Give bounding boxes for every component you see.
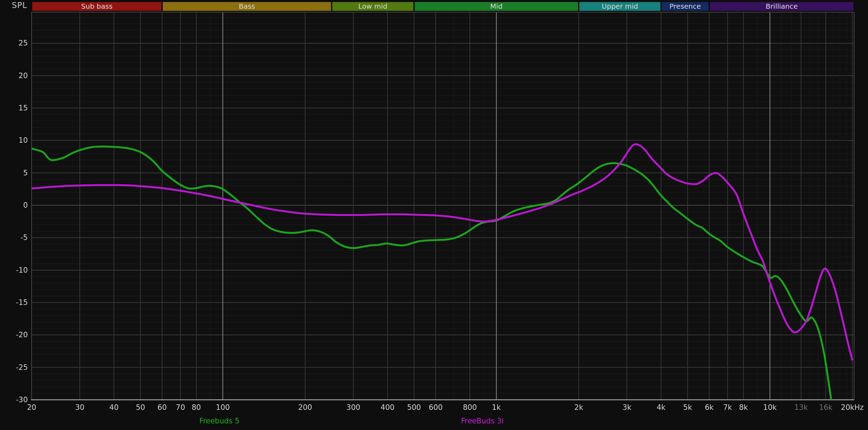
y-tick-label: -15 — [16, 298, 28, 307]
plot-canvas: Sub bassBassLow midMidUpper midPresenceB… — [0, 0, 868, 430]
y-tick-label: 25 — [18, 39, 28, 47]
x-tick-label: 20 — [27, 403, 36, 412]
x-tick-label: 50 — [136, 403, 145, 412]
x-tick-label: 300 — [347, 403, 360, 412]
band-label: Low mid — [358, 2, 387, 10]
x-tick-label: 80 — [192, 403, 201, 412]
x-tick-label: 800 — [463, 403, 477, 412]
band-label: Mid — [490, 2, 503, 10]
x-tick-label: 7k — [723, 403, 732, 412]
y-tick-label: 15 — [18, 104, 28, 112]
y-tick-label: -20 — [16, 331, 28, 339]
x-tick-label: 20kHz — [841, 403, 864, 412]
x-tick-label: 40 — [109, 403, 119, 412]
x-tick-label: 5k — [683, 403, 692, 412]
y-axis-title: SPL — [12, 1, 27, 10]
x-tick-label: 3k — [623, 403, 632, 412]
x-tick-label: 2k — [574, 403, 583, 412]
x-tick-label: 10k — [763, 403, 777, 412]
y-tick-label: 0 — [23, 201, 28, 209]
x-tick-label: 500 — [407, 403, 421, 412]
x-tick-label: 16k — [819, 403, 833, 412]
x-tick-label: 70 — [176, 403, 185, 412]
x-tick-label: 100 — [216, 403, 230, 412]
legend-series-2: FreeBuds 3i — [461, 417, 503, 425]
band-label: Brilliance — [766, 2, 798, 10]
band-label: Upper mid — [602, 2, 638, 10]
x-tick-label: 6k — [705, 403, 714, 412]
x-tick-label: 8k — [739, 403, 748, 412]
band-label: Bass — [239, 2, 255, 10]
y-tick-label: -30 — [16, 396, 28, 404]
band-label: Presence — [669, 2, 701, 10]
x-tick-label: 400 — [381, 403, 394, 412]
x-tick-label: 13k — [794, 403, 808, 412]
y-tick-label: 5 — [23, 169, 28, 177]
x-tick-label: 4k — [657, 403, 666, 412]
x-tick-label: 200 — [298, 403, 312, 412]
band-label: Sub bass — [81, 2, 112, 10]
x-tick-label: 30 — [75, 403, 84, 412]
y-tick-label: 20 — [18, 72, 28, 80]
x-tick-label: 60 — [158, 403, 167, 412]
legend-series-1: Freebuds 5 — [199, 417, 240, 425]
x-tick-label: 600 — [429, 403, 443, 412]
y-tick-label: -10 — [16, 266, 28, 274]
plot-area — [32, 12, 854, 400]
y-tick-label: 10 — [18, 136, 28, 144]
frequency-response-chart: SPL Sub bassBassLow midMidUpper midPrese… — [0, 0, 868, 430]
x-tick-label: 1k — [492, 403, 501, 412]
y-tick-label: -25 — [16, 363, 28, 372]
y-tick-label: -5 — [20, 233, 28, 242]
